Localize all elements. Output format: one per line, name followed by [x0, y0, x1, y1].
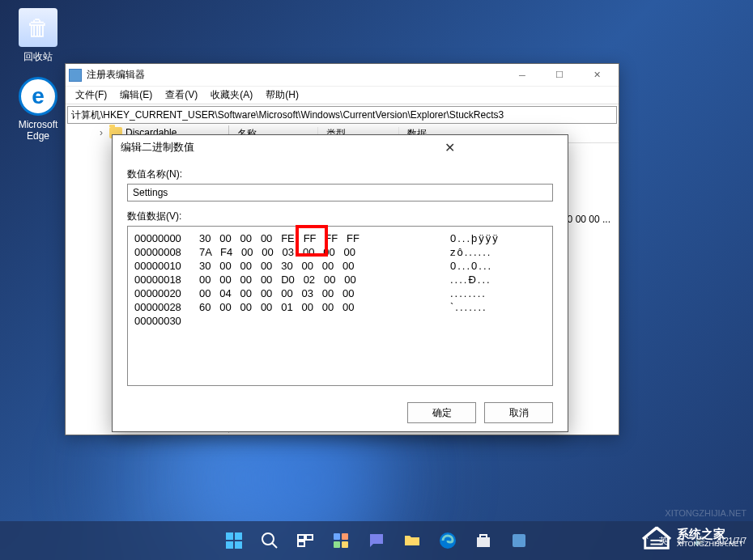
svg-rect-10: [342, 533, 348, 540]
svg-rect-11: [334, 541, 340, 548]
svg-rect-8: [298, 541, 304, 546]
recycle-bin-icon: 🗑: [19, 8, 57, 47]
hex-row[interactable]: 0000002000 04 00 00 00 03 00 00........: [134, 286, 546, 300]
svg-rect-6: [298, 535, 304, 540]
regedit-icon: [509, 531, 529, 550]
address-bar[interactable]: 计算机\HKEY_CURRENT_USER\Software\Microsoft…: [67, 106, 617, 124]
edge-icon: e: [19, 77, 57, 116]
chevron-right-icon: ›: [100, 127, 109, 138]
svg-line-15: [643, 528, 657, 539]
brand-watermark: 系统之家 XITONGZHIJIA.NET: [641, 524, 743, 550]
hex-row[interactable]: 000000087A F4 00 00 03 00 00 00zô......: [134, 245, 546, 259]
svg-rect-14: [513, 534, 525, 547]
hex-row[interactable]: 0000001030 00 00 00 30 00 00 000...0...: [134, 259, 546, 273]
menu-file[interactable]: 文件(F): [69, 87, 113, 104]
house-icon: [641, 524, 672, 550]
widgets-button[interactable]: [325, 524, 357, 557]
taskbar-app-edge[interactable]: [432, 524, 464, 557]
brand-sub: XITONGZHIJIA.NET: [677, 540, 743, 548]
search-icon: [260, 531, 279, 550]
dialog-title: 编辑二进制数值: [121, 140, 340, 155]
hex-editor[interactable]: 0000000030 00 00 00 FE FF FF FF0...þÿÿÿ0…: [127, 226, 553, 386]
watermark-url: XITONGZHIJIA.NET: [665, 508, 747, 518]
menu-bar: 文件(F) 编辑(E) 查看(V) 收藏夹(A) 帮助(H): [66, 87, 619, 104]
desktop-icon-recycle-bin[interactable]: 🗑 回收站: [10, 8, 66, 64]
svg-line-5: [272, 543, 277, 548]
hex-row[interactable]: 0000000030 00 00 00 FE FF FF FF0...þÿÿÿ: [134, 231, 546, 245]
windows-icon: [224, 531, 244, 550]
brand-name: 系统之家: [677, 528, 743, 540]
chat-icon: [367, 531, 386, 550]
hex-row[interactable]: 00000030: [134, 314, 546, 328]
svg-rect-7: [306, 535, 313, 540]
ok-button[interactable]: 确定: [407, 402, 476, 423]
taskbar-app-chat[interactable]: [360, 524, 393, 557]
svg-rect-12: [342, 541, 348, 548]
store-icon: [474, 531, 493, 550]
taskbar: ˄ 英 ⧉ 🔊 2021/7/7: [0, 521, 753, 560]
value-name-field[interactable]: Settings: [127, 184, 553, 202]
dialog-titlebar[interactable]: 编辑二进制数值 ✕: [113, 135, 568, 159]
dialog-close-button[interactable]: ✕: [340, 140, 559, 155]
menu-edit[interactable]: 编辑(E): [113, 87, 159, 104]
value-name-label: 数值名称(N):: [127, 168, 553, 181]
edge-icon: [438, 531, 457, 550]
widgets-icon: [331, 531, 351, 550]
desktop-icon-edge[interactable]: e Microsoft Edge: [10, 77, 66, 142]
svg-line-16: [657, 528, 670, 539]
svg-rect-0: [226, 532, 233, 540]
cancel-button[interactable]: 取消: [484, 402, 553, 423]
desktop-icon-label: Microsoft Edge: [10, 119, 66, 142]
desktop-icon-label: 回收站: [10, 50, 66, 64]
svg-rect-9: [334, 533, 340, 540]
taskbar-app-store[interactable]: [467, 524, 500, 557]
edit-binary-dialog: 编辑二进制数值 ✕ 数值名称(N): Settings 数值数据(V): 000…: [112, 134, 568, 432]
value-data-label: 数值数据(V):: [127, 210, 553, 223]
svg-rect-3: [235, 541, 242, 549]
svg-point-4: [262, 533, 274, 545]
minimize-button[interactable]: ─: [504, 65, 541, 86]
titlebar[interactable]: 注册表编辑器 ─ ☐ ✕: [66, 64, 619, 87]
svg-rect-1: [235, 532, 242, 540]
menu-help[interactable]: 帮助(H): [259, 87, 305, 104]
task-view-button[interactable]: [289, 524, 321, 557]
close-button[interactable]: ✕: [578, 65, 615, 86]
hex-row[interactable]: 0000002860 00 00 00 01 00 00 00`.......: [134, 300, 546, 314]
taskbar-app-explorer[interactable]: [396, 524, 428, 557]
hex-row[interactable]: 0000001800 00 00 00 D0 02 00 00....Ð...: [134, 273, 546, 286]
menu-favorites[interactable]: 收藏夹(A): [204, 87, 259, 104]
app-icon: [69, 69, 82, 82]
svg-rect-2: [226, 541, 233, 549]
start-button[interactable]: [218, 524, 250, 557]
task-view-icon: [296, 531, 315, 550]
taskbar-app-regedit[interactable]: [503, 524, 535, 557]
window-title: 注册表编辑器: [87, 68, 504, 82]
maximize-button[interactable]: ☐: [541, 65, 578, 86]
folder-icon: [402, 531, 422, 550]
menu-view[interactable]: 查看(V): [159, 87, 204, 104]
search-button[interactable]: [253, 524, 286, 557]
